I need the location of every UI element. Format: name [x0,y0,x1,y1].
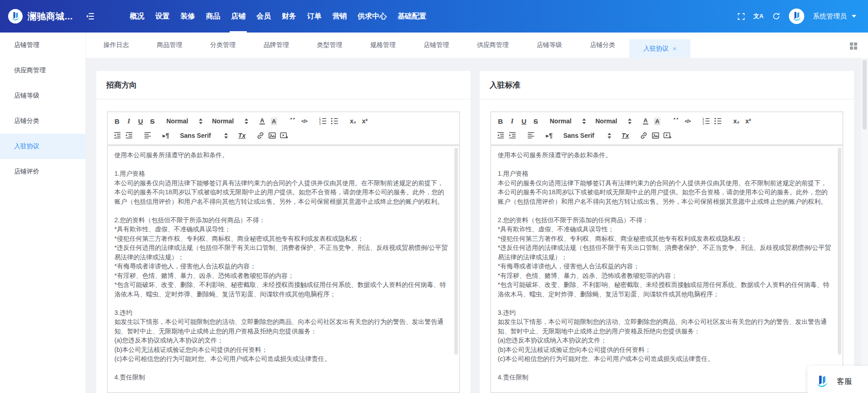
clean-format-icon[interactable]: Tx [236,130,248,141]
italic-icon[interactable]: I [506,116,518,126]
nav-item-9[interactable]: 供求中心 [352,0,392,33]
tab-1[interactable]: 商品管理 [143,33,196,58]
indent-icon[interactable] [123,130,135,141]
size-picker[interactable]: Normal [548,116,587,126]
video-icon[interactable] [278,130,290,141]
nav-item-4[interactable]: 店铺 [226,0,251,33]
blockquote-icon[interactable]: ” [287,116,298,126]
customer-service-widget[interactable]: 客服 [807,366,868,393]
editor-content[interactable]: 使用本公司服务所须遵守的条款和条件。1.用户资格本公司的服务仅向适用法律下能够签… [108,146,459,387]
text-color-icon[interactable]: A [256,116,268,126]
link-icon[interactable] [638,130,650,141]
align-icon[interactable] [142,130,153,141]
clean-format-icon[interactable]: Tx [619,130,631,141]
italic-icon[interactable]: I [123,116,135,126]
code-block-icon[interactable]: </> [298,116,310,126]
direction-icon[interactable]: ▸¶ [543,130,555,141]
tab-2[interactable]: 分类管理 [196,33,250,58]
blockquote-icon[interactable]: ” [670,116,682,126]
bullet-list-icon[interactable] [329,116,340,126]
tab-7[interactable]: 供应商管理 [463,33,523,58]
tab-4[interactable]: 类型管理 [303,33,356,58]
underline-icon[interactable]: U [518,116,530,126]
user-name[interactable]: 系统管理员 [813,12,847,21]
page-scrollbar[interactable] [861,58,868,393]
background-color-icon[interactable]: A [268,116,280,126]
code-block-icon[interactable]: </> [682,116,693,126]
outdent-icon[interactable] [495,130,506,141]
indent-icon[interactable] [506,130,518,141]
fullscreen-icon[interactable] [737,13,745,20]
bullet-list-icon[interactable] [712,116,724,126]
font-picker[interactable]: Sans Serif [562,130,613,141]
header-picker[interactable]: Normal [594,116,633,126]
updown-arrows-icon [224,133,228,139]
editor-content[interactable]: 使用本公司服务所须遵守的条款和条件。1.用户资格本公司的服务仅向适用法律下能够签… [491,146,843,387]
bold-icon[interactable]: B [111,116,123,126]
nav-item-2[interactable]: 装修 [175,0,200,33]
strike-icon[interactable]: S [146,116,158,126]
rich-text-editor[interactable]: 使用本公司服务所须遵守的条款和条件。1.用户资格本公司的服务仅向适用法律下能够签… [107,145,460,393]
editor-scrollbar[interactable] [838,148,841,355]
header-picker[interactable]: Normal [211,116,250,126]
video-icon[interactable] [661,130,673,141]
refresh-icon[interactable] [772,12,780,20]
font-picker[interactable]: Sans Serif [179,130,229,141]
strike-icon[interactable]: S [530,116,542,126]
chevron-down-icon[interactable] [852,15,856,18]
nav-item-6[interactable]: 财务 [276,0,302,33]
subscript-icon[interactable]: x₂ [731,116,742,126]
tab-10[interactable]: 入驻协议× [629,39,690,58]
image-icon[interactable] [266,130,278,141]
editor-toolbar: BIUSNormalNormalAA”</> 1 2 3 x₂x² ▸¶Sans… [107,112,460,145]
size-picker[interactable]: Normal [165,116,204,126]
sidebar-item-4[interactable]: 入驻协议 [0,134,85,159]
tab-3[interactable]: 品牌管理 [250,33,303,58]
sidebar-item-1[interactable]: 供应商管理 [0,58,85,83]
menu-fold-icon[interactable] [85,12,94,20]
tab-label: 店铺分类 [590,41,615,49]
ordered-list-icon[interactable]: 1 2 3 [317,116,329,126]
link-icon[interactable] [255,130,266,141]
nav-item-7[interactable]: 订单 [302,0,327,33]
nav-item-0[interactable]: 概况 [124,0,150,33]
ordered-list-icon[interactable]: 1 2 3 [700,116,712,126]
page-scrollbar-thumb[interactable] [863,60,867,130]
top-header: 澜驰商城... 概况设置装修商品店铺会员财务订单营销供求中心基础配置 文A [0,0,868,33]
tab-label: 商品管理 [157,41,182,49]
superscript-icon[interactable]: x² [359,116,371,126]
tab-5[interactable]: 规格管理 [356,33,410,58]
nav-item-3[interactable]: 商品 [200,0,226,33]
panel-title: 入驻标准 [480,71,854,99]
text-color-icon[interactable]: A [640,116,651,126]
tab-close-icon[interactable]: × [673,45,676,52]
nav-item-8[interactable]: 营销 [327,0,352,33]
sidebar-item-2[interactable]: 店铺等级 [0,83,85,108]
background-color-icon[interactable]: A [651,116,663,126]
image-icon[interactable] [650,130,661,141]
grid-icon[interactable] [850,42,857,50]
bold-icon[interactable]: B [495,116,506,126]
sidebar-item-3[interactable]: 店铺分类 [0,108,85,134]
tab-6[interactable]: 店铺管理 [410,33,463,58]
superscript-icon[interactable]: x² [742,116,754,126]
nav-item-10[interactable]: 基础配置 [392,0,432,33]
translate-icon[interactable]: 文A [754,12,764,20]
font-picker-label: Sans Serif [563,132,594,139]
user-avatar[interactable] [789,9,804,24]
sidebar-item-5[interactable]: 店铺评价 [0,159,85,184]
nav-item-5[interactable]: 会员 [251,0,276,33]
tab-9[interactable]: 店铺分类 [576,33,629,58]
direction-icon[interactable]: ▸¶ [160,130,172,141]
rich-text-editor[interactable]: 使用本公司服务所须遵守的条款和条件。1.用户资格本公司的服务仅向适用法律下能够签… [491,145,843,393]
editor-scrollbar[interactable] [454,148,458,355]
underline-icon[interactable]: U [135,116,146,126]
outdent-icon[interactable] [111,130,123,141]
align-icon[interactable] [525,130,537,141]
tab-8[interactable]: 店铺等级 [523,33,576,58]
tab-0[interactable]: 操作日志 [90,33,143,58]
nav-item-1[interactable]: 设置 [150,0,175,33]
panel-body: BIUSNormalNormalAA”</> 1 2 3 x₂x² ▸¶Sans… [96,99,471,393]
subscript-icon[interactable]: x₂ [347,116,359,126]
sidebar-item-0[interactable]: 店铺管理 [0,33,85,58]
